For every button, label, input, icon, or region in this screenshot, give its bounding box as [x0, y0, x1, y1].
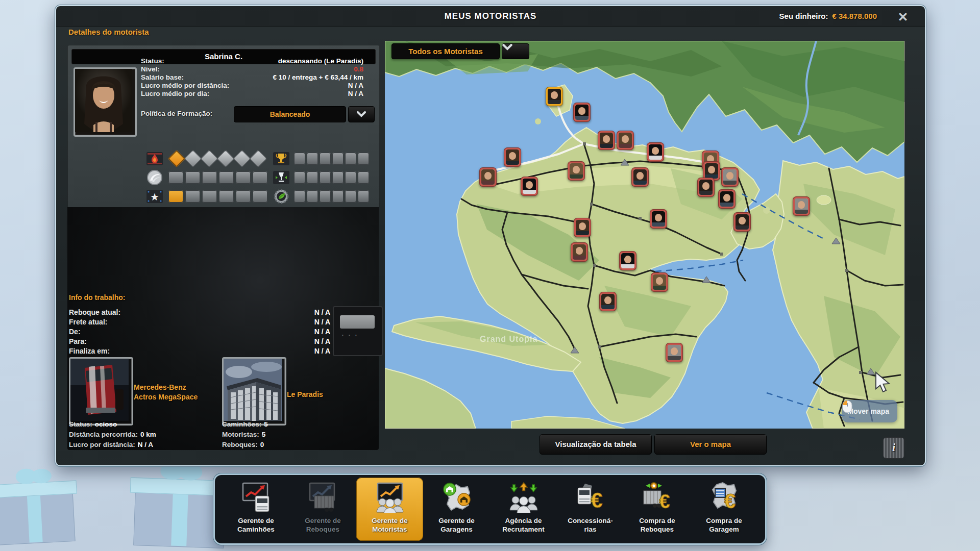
fragile-cargo-icon — [273, 169, 290, 186]
chevron-down-icon[interactable] — [348, 106, 375, 122]
job-value: N / A — [314, 328, 330, 337]
detail-value: descansando (Le Paradis) — [278, 57, 363, 65]
table-view-button[interactable]: Visualização da tabela — [540, 434, 652, 455]
driver-marker[interactable] — [599, 292, 617, 311]
skill-level-segment — [307, 171, 318, 184]
close-icon[interactable]: ✕ — [894, 9, 912, 24]
chevron-down-icon[interactable] — [502, 43, 529, 59]
driver-marker[interactable] — [718, 189, 736, 209]
card-row: Status:ocioso — [69, 420, 212, 431]
driver-marker[interactable] — [793, 196, 810, 216]
driver-marker[interactable] — [631, 167, 649, 187]
detail-label: Lucro médio por distância: — [141, 82, 229, 90]
skill-level-segment — [320, 190, 331, 203]
skill-level-segment — [219, 171, 234, 184]
detail-value: € 10 / entrega + € 63,44 / km — [273, 73, 363, 82]
job-label: Frete atual: — [69, 318, 107, 328]
map-filter-dropdown[interactable]: Todos os Motoristas — [391, 43, 500, 59]
skill-level-segment — [307, 190, 318, 203]
driver-marker[interactable] — [568, 161, 585, 181]
driver-marker[interactable] — [617, 131, 634, 150]
detail-row: Finaliza em:N / A — [69, 347, 330, 357]
svg-text:€: € — [591, 488, 602, 512]
card-row: Distância percorrida:0 km — [69, 431, 212, 441]
driver-marker[interactable] — [651, 272, 668, 292]
job-label: Reboque atual: — [69, 308, 120, 318]
svg-text:€: € — [724, 490, 735, 512]
nav-garage-purchase[interactable]: €Compra deGaragem — [691, 478, 757, 541]
nav-item-label: Gerente deMotoristas — [372, 516, 408, 534]
detail-row: Para:N / A — [69, 337, 330, 347]
recruitment-icon — [508, 482, 540, 513]
skill-level-segment — [358, 153, 369, 165]
driver-marker[interactable] — [521, 177, 538, 196]
mouse-icon — [842, 400, 852, 413]
nav-truck-manager[interactable]: Gerente deCaminhões — [223, 478, 289, 541]
skill-level-segment — [217, 150, 234, 167]
skill-level-segment — [332, 153, 344, 165]
driver-marker[interactable] — [504, 147, 521, 167]
skill-level-segment — [253, 190, 267, 203]
detail-row: De:N / A — [69, 328, 330, 337]
card-row: Caminhões:5 — [222, 420, 365, 431]
driver-marker[interactable] — [598, 131, 615, 150]
driver-marker[interactable] — [573, 103, 591, 122]
money-value: € 34.878.000 — [832, 12, 877, 20]
driver-marker[interactable] — [571, 242, 588, 262]
job-info-rows: Reboque atual:N / AFrete atual:N / ADe:N… — [69, 308, 330, 357]
detail-row: Frete atual:N / A — [69, 318, 330, 328]
truck-title: Mercedes-Benz Actros MegaSpace — [134, 383, 198, 402]
driver-marker[interactable] — [733, 212, 751, 232]
nav-dealers[interactable]: €Concessioná-rias — [557, 478, 624, 541]
svg-text:€: € — [659, 491, 670, 512]
training-policy-dropdown[interactable]: Balanceado — [234, 106, 346, 122]
nav-trailer-purchase[interactable]: €Compra deReboques — [624, 478, 691, 541]
skill-level-segment — [185, 171, 200, 184]
driver-marker[interactable] — [666, 343, 683, 362]
nav-garage-manager[interactable]: Gerente deGaragens — [423, 478, 490, 541]
job-value: N / A — [314, 318, 330, 328]
nav-recruitment-agency[interactable]: Agência deRecrutament — [490, 478, 557, 541]
skill-level-segment — [332, 190, 344, 203]
skill-level-segment — [184, 150, 202, 167]
truck-chart-icon — [240, 482, 272, 513]
adr-icon — [146, 150, 163, 167]
detail-label: Status: — [141, 57, 164, 65]
driver-marker[interactable] — [721, 167, 739, 187]
skill-level-segment — [185, 190, 200, 203]
my-drivers-dialog: MEUS MOTORISTAS Seu dinheiro:€ 34.878.00… — [55, 5, 926, 466]
driver-marker[interactable] — [647, 142, 664, 162]
nav-driver-manager[interactable]: Gerente deMotoristas — [356, 478, 423, 541]
garage-title: Le Paradis — [287, 390, 323, 399]
info-button[interactable]: i — [883, 437, 904, 459]
move-map-button[interactable]: Mover mapa — [842, 400, 897, 422]
detail-row: Nível:0.8 — [141, 65, 363, 73]
garage-info-rows: Caminhões:5Motoristas:5Reboques:0 — [222, 420, 365, 451]
skill-level-segment — [233, 150, 251, 167]
driver-marker[interactable] — [697, 178, 715, 197]
driver-marker[interactable] — [619, 251, 636, 270]
radio-image: • • • — [333, 306, 383, 356]
drivers-map[interactable]: Grand Utopia Todos os Motoristas Mover m… — [385, 41, 904, 429]
trailer-chart-icon — [307, 482, 339, 513]
truck-thumbnail[interactable] — [69, 357, 133, 425]
garage-thumbnail[interactable] — [222, 357, 286, 425]
map-view-button[interactable]: Ver o mapa — [654, 434, 767, 455]
nav-trailer-manager[interactable]: Gerente deReboques — [289, 478, 356, 541]
skill-row — [273, 169, 371, 186]
detail-row: Salário base:€ 10 / entrega + € 63,44 / … — [141, 73, 363, 82]
detail-row: Lucro médio por distância:N / A — [141, 82, 363, 90]
skill-row: ★ — [146, 188, 270, 205]
driver-marker[interactable] — [650, 209, 667, 229]
driver-marker[interactable] — [479, 167, 497, 187]
detail-label: Nível: — [141, 65, 160, 73]
long-distance-icon — [146, 169, 163, 186]
driver-marker[interactable] — [574, 218, 591, 237]
move-map-label: Mover mapa — [847, 407, 889, 415]
card-row: Motoristas:5 — [222, 431, 365, 441]
job-value: N / A — [314, 347, 330, 357]
skill-level-segment — [202, 171, 217, 184]
card-row: Lucro por distância:N / A — [69, 441, 212, 451]
driver-marker-selected[interactable] — [546, 87, 563, 106]
drivers-chart-icon — [374, 482, 406, 513]
